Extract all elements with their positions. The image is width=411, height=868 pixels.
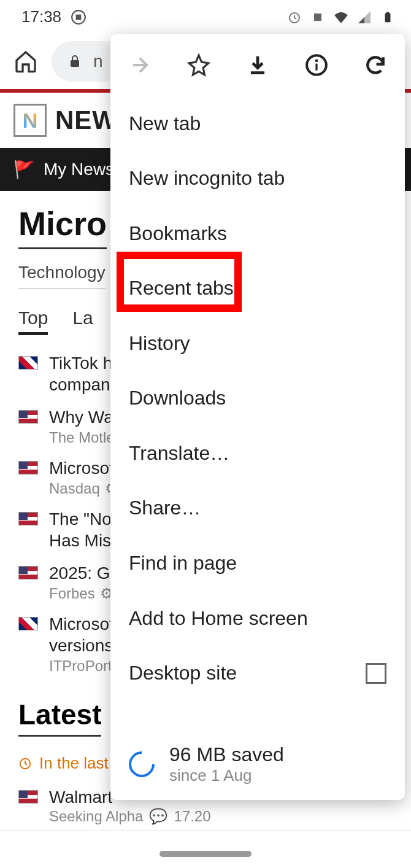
- download-button[interactable]: [245, 53, 270, 77]
- headline: 2025: Go: [49, 562, 120, 584]
- battery-icon: [380, 9, 396, 25]
- status-bar: 17:38: [0, 0, 411, 34]
- time-filter-label: In the last 1: [39, 754, 121, 773]
- menu-settings-partial[interactable]: [110, 700, 405, 731]
- headline: Microsof: [49, 457, 118, 479]
- menu-share[interactable]: Share…: [110, 481, 405, 536]
- comment-icon: 💬: [149, 808, 167, 825]
- wifi-icon: [333, 9, 349, 25]
- menu-recent-tabs[interactable]: Recent tabs: [110, 261, 405, 316]
- site-name: NEW: [55, 106, 117, 135]
- svg-rect-4: [385, 13, 391, 22]
- category-label[interactable]: Technology: [18, 263, 106, 289]
- bug-icon: [310, 9, 326, 25]
- source: Seeking Alpha 💬 17.20: [49, 808, 211, 825]
- svg-rect-3: [314, 14, 321, 21]
- data-saved-since: since 1 Aug: [169, 766, 284, 785]
- headline: Microsof: [49, 613, 120, 635]
- data-saver-row[interactable]: 96 MB saved since 1 Aug: [110, 731, 405, 800]
- clock-time: 17:38: [21, 7, 61, 26]
- data-saver-icon: [123, 746, 159, 782]
- flag-icon: 🚩: [13, 160, 35, 180]
- menu-new-incognito[interactable]: New incognito tab: [110, 151, 405, 206]
- uk-flag-icon: [18, 617, 38, 630]
- filter-top[interactable]: Top: [18, 308, 48, 335]
- info-button[interactable]: [304, 53, 329, 77]
- menu-desktop-site-label: Desktop site: [129, 662, 237, 684]
- notification-icon: [71, 9, 86, 25]
- menu-downloads[interactable]: Downloads: [110, 371, 405, 426]
- section-latest: Latest: [18, 698, 101, 737]
- svg-rect-1: [76, 14, 82, 20]
- url-text: n: [93, 52, 103, 71]
- svg-rect-10: [315, 63, 317, 70]
- us-flag-icon: [18, 461, 38, 475]
- divider: [0, 831, 411, 831]
- forward-button[interactable]: [128, 53, 152, 77]
- uk-flag-icon: [18, 356, 38, 370]
- site-logo[interactable]: N: [13, 104, 47, 137]
- clock-icon: [18, 757, 32, 770]
- filter-latest[interactable]: La: [72, 308, 93, 335]
- lock-icon: [67, 54, 82, 69]
- menu-translate[interactable]: Translate…: [110, 426, 405, 481]
- us-flag-icon: [18, 410, 38, 424]
- menu-bookmarks[interactable]: Bookmarks: [110, 206, 405, 262]
- page-title: Micro: [18, 204, 107, 249]
- menu-new-tab[interactable]: New tab: [110, 96, 405, 151]
- menu-find-in-page[interactable]: Find in page: [110, 536, 405, 591]
- svg-rect-6: [71, 60, 79, 67]
- source: ITProPorta: [49, 657, 120, 675]
- menu-history[interactable]: History: [110, 316, 405, 371]
- source: Nasdaq ⚙: [49, 480, 118, 497]
- svg-point-9: [315, 59, 318, 62]
- us-flag-icon: [18, 566, 38, 579]
- home-button[interactable]: [12, 48, 39, 75]
- data-saved-amount: 96 MB saved: [169, 743, 284, 766]
- menu-desktop-site[interactable]: Desktop site: [110, 646, 405, 701]
- bookmark-star-button[interactable]: [186, 53, 211, 77]
- gesture-bar[interactable]: [159, 851, 252, 857]
- menu-add-to-home[interactable]: Add to Home screen: [110, 591, 405, 646]
- source: Forbes ⚙: [49, 585, 120, 602]
- us-flag-icon: [18, 790, 38, 804]
- svg-rect-5: [386, 12, 390, 13]
- reload-button[interactable]: [363, 53, 388, 77]
- signal-icon: [356, 9, 372, 25]
- headline-line2: versions: [49, 635, 120, 656]
- browser-overflow-menu: New tab New incognito tab Bookmarks Rece…: [110, 34, 405, 800]
- us-flag-icon: [18, 512, 38, 525]
- alarm-icon: [286, 9, 302, 25]
- desktop-site-checkbox[interactable]: [366, 663, 386, 684]
